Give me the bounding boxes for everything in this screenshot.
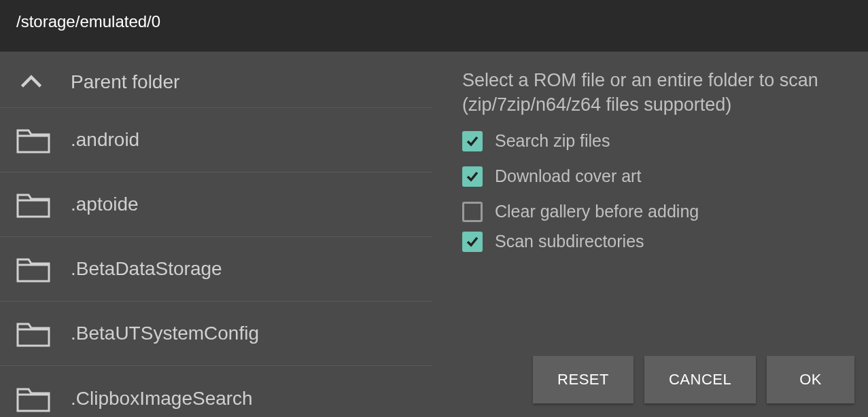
folder-icon	[16, 255, 65, 283]
parent-folder-label: Parent folder	[71, 71, 179, 93]
checkbox-checked-icon	[462, 232, 483, 252]
folder-label: .ClipboxImageSearch	[71, 388, 253, 410]
clear-gallery-label: Clear gallery before adding	[495, 202, 699, 221]
folder-item[interactable]: .BetaDataStorage	[0, 237, 432, 302]
button-row: RESET CANCEL OK	[533, 356, 854, 403]
options-panel: Select a ROM file or an entire folder to…	[432, 52, 868, 417]
search-zip-option[interactable]: Search zip files	[462, 131, 854, 151]
checkbox-checked-icon	[462, 131, 483, 151]
file-list: Parent folder .android .aptoide .BetaDat…	[0, 52, 432, 417]
folder-icon	[16, 126, 65, 153]
ok-button[interactable]: OK	[767, 356, 854, 403]
download-cover-option[interactable]: Download cover art	[462, 166, 854, 187]
reset-button[interactable]: RESET	[533, 356, 633, 403]
folder-icon	[16, 191, 65, 218]
folder-item[interactable]: .ClipboxImageSearch	[0, 366, 432, 417]
scan-subdirs-option[interactable]: Scan subdirectories	[462, 232, 854, 252]
instruction-text: Select a ROM file or an entire folder to…	[462, 68, 854, 117]
folder-label: .BetaUTSystemConfig	[71, 323, 259, 344]
chevron-up-icon	[16, 70, 65, 94]
checkbox-checked-icon	[462, 166, 483, 187]
checkbox-unchecked-icon	[462, 202, 483, 222]
search-zip-label: Search zip files	[495, 131, 610, 151]
folder-item[interactable]: .aptoide	[0, 173, 432, 237]
content-area: Parent folder .android .aptoide .BetaDat…	[0, 52, 868, 417]
cancel-button[interactable]: CANCEL	[644, 356, 756, 403]
folder-icon	[16, 385, 65, 412]
folder-label: .android	[71, 129, 139, 151]
current-path: /storage/emulated/0	[16, 12, 852, 31]
folder-item[interactable]: .android	[0, 108, 432, 173]
path-header: /storage/emulated/0	[0, 0, 868, 52]
folder-label: .aptoide	[71, 194, 139, 215]
folder-label: .BetaDataStorage	[71, 258, 222, 280]
scan-subdirs-label: Scan subdirectories	[495, 232, 644, 251]
download-cover-label: Download cover art	[495, 166, 641, 186]
clear-gallery-option[interactable]: Clear gallery before adding	[462, 202, 854, 222]
parent-folder-item[interactable]: Parent folder	[0, 57, 432, 108]
folder-icon	[16, 320, 65, 347]
folder-item[interactable]: .BetaUTSystemConfig	[0, 302, 432, 366]
